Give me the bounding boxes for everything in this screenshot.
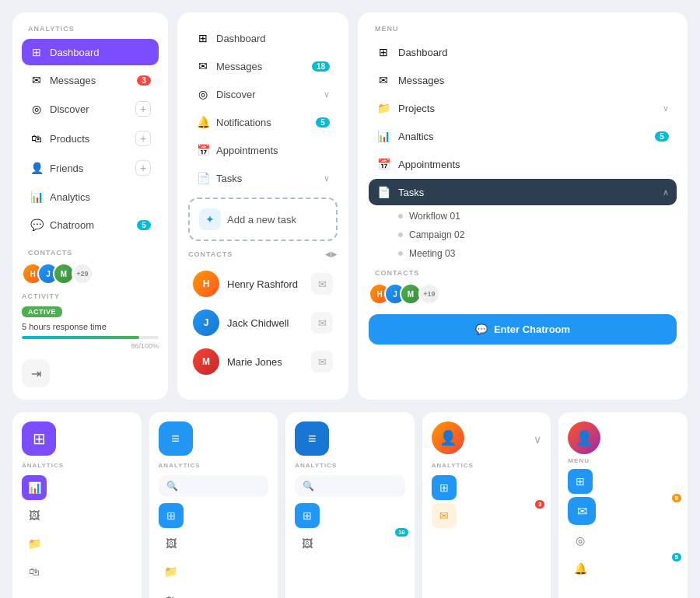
mini2-icon-image[interactable]: 🖼 xyxy=(159,531,184,556)
mini5-icon-discover[interactable]: ◎ xyxy=(568,528,593,553)
middle-panel: ⊞ Dashboard ✉ Messages 18 ◎ Discover ∨ 🔔… xyxy=(177,12,348,400)
mini2-icon-bag[interactable]: 🛍 xyxy=(159,587,184,598)
p3-menu-dashboard[interactable]: ⊞ Dashboard xyxy=(369,39,677,65)
right-menu-panel: MENU ⊞ Dashboard ✉ Messages 📁 Projects ∨… xyxy=(358,12,688,400)
p3-menu-messages[interactable]: ✉ Messages xyxy=(369,67,677,93)
mini4-section: ANALYTICS xyxy=(432,462,542,469)
mini4-icon-msg[interactable]: ✉ xyxy=(432,503,457,528)
enter-chatroom-button[interactable]: 💬 Enter Chatroom xyxy=(369,314,677,344)
sub-campaign[interactable]: Campaign 02 xyxy=(390,226,677,244)
contact-msg-marie[interactable]: ✉ xyxy=(311,351,333,372)
p3-menu-analytics[interactable]: 📊 Analtics 5 xyxy=(369,123,677,149)
p3-dashboard-label: Dashboard xyxy=(398,47,448,58)
nav-discover[interactable]: ◎ Discover + xyxy=(22,95,159,123)
contact-henry[interactable]: H Henry Rashford ✉ xyxy=(188,264,338,303)
mini5-avatar: 👤 xyxy=(568,421,600,454)
logout-button[interactable]: ⇥ xyxy=(22,359,50,387)
mini4-icon-grid[interactable]: ⊞ xyxy=(432,475,457,500)
mini1-section: ANALYTICS xyxy=(22,462,132,469)
contact-jack[interactable]: J Jack Chidwell ✉ xyxy=(188,303,338,342)
contacts-label: CONTACTS xyxy=(22,249,159,257)
progress-fill xyxy=(22,336,139,339)
bottom-row: ⊞ ANALYTICS 📊 🖼 📁 🛍 ≡ ANALYTICS 🔍 ⊞ 🖼 📁 … xyxy=(12,412,688,598)
p3-avatar-more: +19 xyxy=(418,283,440,305)
p2-nav-tasks[interactable]: 📄 Tasks ∨ xyxy=(188,165,338,191)
mini3-search-icon: 🔍 xyxy=(303,481,314,491)
p3-analytics-label: Analtics xyxy=(398,131,434,142)
mini1-icon-image[interactable]: 🖼 xyxy=(22,503,47,528)
p3-menu-tasks[interactable]: 📄 Tasks ∧ xyxy=(369,179,677,205)
products-add-btn[interactable]: + xyxy=(135,131,151,146)
sub-dot-1 xyxy=(398,214,403,219)
mini2-search[interactable]: 🔍 xyxy=(159,475,269,497)
chatroom-badge: 5 xyxy=(137,220,151,230)
products-icon: 🛍 xyxy=(30,131,44,145)
response-time: 5 hours response time xyxy=(22,322,159,331)
sub-dot-3 xyxy=(398,251,403,256)
dashboard-icon: ⊞ xyxy=(30,45,44,59)
p3-analytics-icon: 📊 xyxy=(376,129,390,143)
p3-menu-projects[interactable]: 📁 Projects ∨ xyxy=(369,95,677,121)
mini-panel-5: 👤 MENU ⊞ ✉ 9 ◎ 🔔 5 xyxy=(558,412,688,598)
p3-analytics-badge: 5 xyxy=(655,131,669,142)
mini4-badge-3: 3 xyxy=(535,500,544,509)
contact-marie[interactable]: M Marie Jones ✉ xyxy=(188,342,338,381)
p2-discover-label: Discover xyxy=(216,89,256,100)
p2-nav-appointments[interactable]: 📅 Appointments xyxy=(188,137,338,163)
p3-projects-label: Projects xyxy=(398,103,435,114)
progress-bar xyxy=(22,336,159,339)
sub-meeting[interactable]: Meeting 03 xyxy=(390,244,677,263)
p3-menu-appointments[interactable]: 📅 Appointments xyxy=(369,151,677,177)
discover-add-btn[interactable]: + xyxy=(135,101,151,117)
discover-icon: ◎ xyxy=(30,102,44,116)
mini5-icon-grid[interactable]: ⊞ xyxy=(568,469,593,494)
mini3-icon-grid[interactable]: ⊞ xyxy=(295,503,320,528)
p2-nav-messages[interactable]: ✉ Messages 18 xyxy=(188,53,338,79)
activity-label: ACTIVITY xyxy=(22,292,159,300)
contact-msg-henry[interactable]: ✉ xyxy=(311,273,333,295)
p2-messages-label: Messages xyxy=(216,61,262,72)
p3-appointments-icon: 📅 xyxy=(376,157,390,171)
nav-friends-label: Friends xyxy=(50,163,83,174)
mini2-icon-grid[interactable]: ⊞ xyxy=(159,503,184,528)
p2-nav-notifications[interactable]: 🔔 Notifications 5 xyxy=(188,109,338,135)
nav-chatroom[interactable]: 💬 Chatroom 5 xyxy=(22,212,159,238)
p2-contacts-title: CONTACTS ◀▶ xyxy=(188,250,338,258)
nav-friends[interactable]: 👤 Friends + xyxy=(22,154,159,182)
p2-discover-chevron: ∨ xyxy=(324,89,330,100)
mini1-icon-folder[interactable]: 📁 xyxy=(22,531,47,556)
mini5-badge-wrap-1: ✉ 9 xyxy=(568,497,678,528)
mini-panel-3: ≡ ANALYTICS 🔍 ⊞ 🖼 16 xyxy=(285,412,415,598)
p2-nav-discover[interactable]: ◎ Discover ∨ xyxy=(188,81,338,107)
contact-avatar-jack: J xyxy=(193,309,219,336)
mini3-icon-image[interactable]: 🖼 xyxy=(295,531,320,556)
sub-workflow[interactable]: Workflow 01 xyxy=(390,207,677,226)
add-task-button[interactable]: ✦ Add a new task xyxy=(188,198,338,241)
contact-msg-jack[interactable]: ✉ xyxy=(311,312,333,334)
mini5-icon-bell[interactable]: 🔔 xyxy=(568,556,593,581)
mini5-chat-btn[interactable]: ✉ xyxy=(568,497,596,525)
nav-discover-label: Discover xyxy=(50,103,89,115)
p3-appointments-label: Appointments xyxy=(398,159,460,170)
analytics-section-label: ANALYTICS xyxy=(22,25,159,33)
nav-dashboard[interactable]: ⊞ Dashboard xyxy=(22,39,159,65)
tasks-sub-items: Workflow 01 Campaign 02 Meeting 03 xyxy=(369,207,677,263)
nav-products[interactable]: 🛍 Products + xyxy=(22,124,159,152)
p3-menu-label: MENU xyxy=(369,25,677,33)
nav-messages[interactable]: ✉ Messages 3 xyxy=(22,67,159,93)
mini1-icon-chart[interactable]: 📊 xyxy=(22,475,47,500)
contact-name-jack: Jack Chidwell xyxy=(227,317,289,329)
mini1-icon-bag[interactable]: 🛍 xyxy=(22,559,47,584)
nav-analytics[interactable]: 📊 Analytics xyxy=(22,184,159,210)
contact-avatar-marie: M xyxy=(193,348,219,375)
mini2-section: ANALYTICS xyxy=(159,462,269,469)
nav-dashboard-label: Dashboard xyxy=(50,47,100,58)
mini-panel-4: 👤 ∨ ANALYTICS ⊞ ✉ 3 xyxy=(422,412,551,598)
mini3-search[interactable]: 🔍 xyxy=(295,475,405,497)
p3-projects-chevron: ∨ xyxy=(663,103,669,114)
nav-chatroom-label: Chatroom xyxy=(50,219,94,231)
friends-add-btn[interactable]: + xyxy=(135,160,151,176)
mini2-icon-folder[interactable]: 📁 xyxy=(159,559,184,584)
mini-panel-1: ⊞ ANALYTICS 📊 🖼 📁 🛍 xyxy=(12,412,142,598)
p2-nav-dashboard[interactable]: ⊞ Dashboard xyxy=(188,25,338,51)
